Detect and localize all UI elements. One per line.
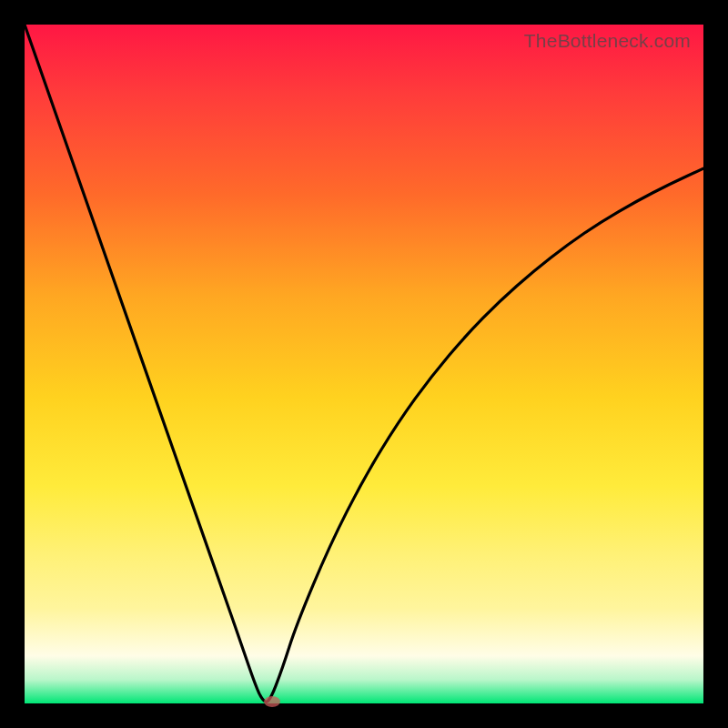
optimum-marker [264, 696, 280, 707]
chart-frame: TheBottleneck.com [0, 0, 728, 728]
bottleneck-curve-path [25, 25, 703, 702]
curve-svg [25, 25, 703, 703]
plot-area: TheBottleneck.com [25, 25, 703, 703]
